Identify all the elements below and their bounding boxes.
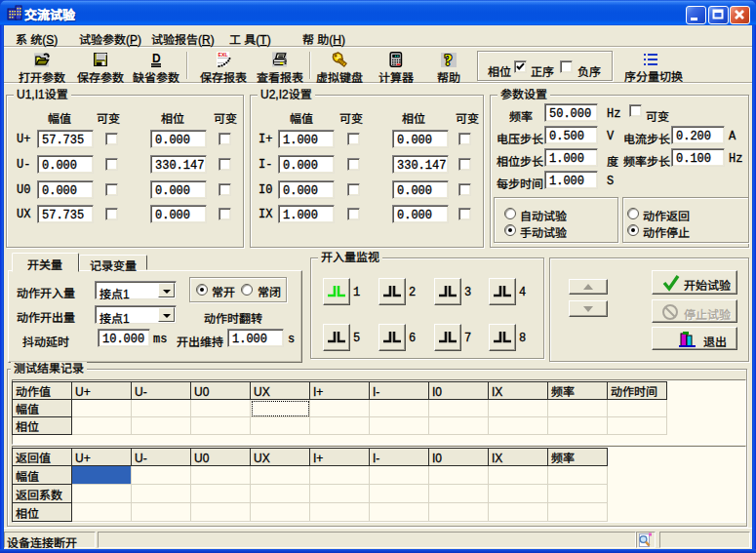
svg-text:?: ? <box>445 52 453 67</box>
svg-text:EXL: EXL <box>219 52 229 58</box>
svg-text:D: D <box>152 52 161 65</box>
